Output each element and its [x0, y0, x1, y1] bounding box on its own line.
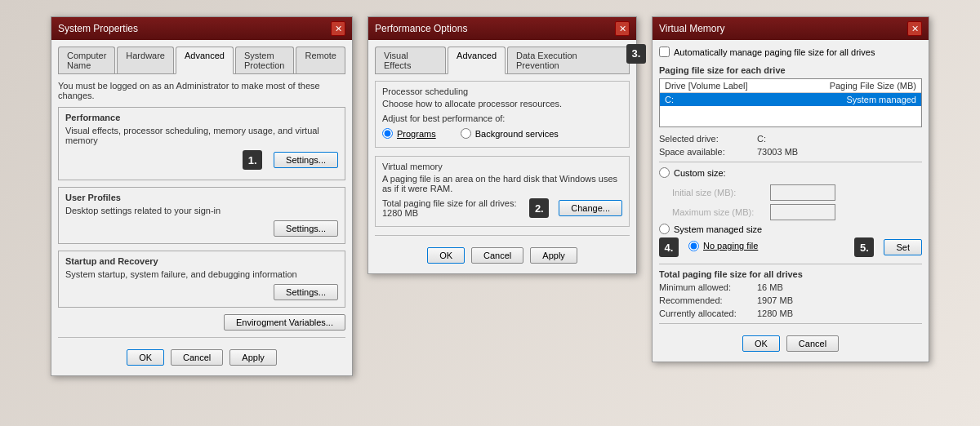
- perf-opts-close-button[interactable]: ✕: [615, 21, 630, 36]
- space-available-row: Space available: 73003 MB: [659, 147, 922, 157]
- user-profiles-settings-button[interactable]: Settings...: [274, 220, 338, 237]
- auto-manage-row: Automatically manage paging file size fo…: [659, 47, 875, 57]
- no-paging-radio[interactable]: [688, 241, 699, 251]
- step2-badge: 2.: [529, 198, 549, 218]
- tab-advanced[interactable]: Advanced: [176, 47, 234, 74]
- currently-allocated-row: Currently allocated: 1280 MB: [659, 308, 922, 318]
- perf-opts-title: Performance Options: [375, 23, 467, 34]
- programs-label: Programs: [397, 129, 436, 139]
- tab-hardware[interactable]: Hardware: [117, 47, 174, 73]
- startup-recovery-section: Startup and Recovery System startup, sys…: [58, 251, 345, 308]
- virtual-memory-window: Virtual Memory ✕ 3. Automatically manage…: [652, 16, 929, 362]
- paging-section-label: Paging file size for each drive: [659, 65, 922, 75]
- sys-props-cancel-button[interactable]: Cancel: [171, 349, 223, 366]
- tab-remote[interactable]: Remote: [296, 47, 345, 73]
- sys-props-footer: OK Cancel Apply: [58, 343, 345, 369]
- proc-sched-desc: Choose how to allocate processor resourc…: [382, 99, 622, 109]
- sys-props-title: System Properties: [58, 23, 138, 34]
- currently-allocated-label: Currently allocated:: [659, 308, 757, 318]
- minimum-allowed-row: Minimum allowed: 16 MB: [659, 282, 922, 292]
- env-variables-button[interactable]: Envirogment Variables...: [224, 314, 345, 331]
- virtual-memory-group: Virtual memory A paging file is an area …: [375, 156, 630, 227]
- drive-col-label: Drive [Volume Label]: [665, 81, 748, 91]
- drive-list-header: Drive [Volume Label] Paging File Size (M…: [660, 79, 921, 93]
- tab-computer-name[interactable]: Computer Name: [58, 47, 115, 73]
- tab-system-protection[interactable]: System Protection: [235, 47, 295, 73]
- virt-mem-close-button[interactable]: ✕: [907, 21, 922, 36]
- initial-size-input[interactable]: [770, 184, 835, 201]
- virt-mem-title-bar: Virtual Memory ✕: [653, 17, 929, 40]
- footer-sep: [58, 337, 345, 338]
- bg-services-radio-row: Background services: [461, 128, 559, 139]
- sys-props-ok-button[interactable]: OK: [127, 349, 164, 366]
- system-properties-window: System Properties ✕ Computer Name Hardwa…: [51, 16, 353, 376]
- user-profiles-label: User Profiles: [65, 193, 338, 202]
- total-paging-row: Total paging file size for all drives: 1…: [382, 198, 622, 218]
- virt-footer-sep: [659, 323, 922, 324]
- startup-recovery-desc: System startup, system failure, and debu…: [65, 269, 338, 279]
- virt-mem-legend: Virtual memory: [382, 162, 622, 171]
- bg-services-radio[interactable]: [461, 128, 471, 139]
- perf-ok-button[interactable]: OK: [427, 247, 465, 264]
- virt-cancel-button[interactable]: Cancel: [786, 335, 839, 352]
- paging-size-col-label: Paging File Size (MB): [830, 81, 916, 91]
- tab-advanced-perf[interactable]: Advanced: [448, 47, 506, 74]
- maximum-size-row: Maximum size (MB):: [672, 204, 922, 220]
- drive-list-row[interactable]: C: System managed: [660, 93, 921, 106]
- recommended-row: Recommended: 1907 MB: [659, 295, 922, 305]
- system-managed-radio[interactable]: [659, 224, 670, 234]
- no-paging-radio-row: No paging file: [688, 241, 758, 251]
- system-managed-radio-row: System managed size: [659, 224, 922, 234]
- performance-section: Performance Visual effects, processor sc…: [58, 107, 345, 180]
- virt-mem-title: Virtual Memory: [659, 23, 724, 34]
- selected-drive-row: Selected drive: C:: [659, 134, 922, 144]
- perf-opts-title-bar: Performance Options ✕: [368, 17, 636, 40]
- startup-recovery-label: Startup and Recovery: [65, 256, 338, 266]
- currently-allocated-value: 1280 MB: [757, 308, 793, 318]
- admin-notice: You must be logged on as an Administrato…: [58, 81, 345, 100]
- tab-visual-effects[interactable]: Visual Effects: [375, 47, 446, 73]
- recommended-label: Recommended:: [659, 295, 757, 305]
- change-button[interactable]: Change...: [559, 200, 622, 216]
- tab-dep[interactable]: Data Execution Prevention: [507, 47, 630, 73]
- performance-settings-button[interactable]: Settings...: [274, 152, 338, 168]
- custom-size-radio[interactable]: [659, 167, 670, 178]
- total-paging-value: 1280 MB: [382, 208, 418, 218]
- perf-cancel-button[interactable]: Cancel: [471, 247, 523, 264]
- no-paging-label: No paging file: [703, 241, 758, 251]
- performance-options-window: Performance Options ✕ Visual Effects Adv…: [368, 16, 637, 274]
- proc-sched-legend: Processor scheduling: [382, 87, 622, 96]
- programs-radio-row: Programs: [382, 128, 436, 139]
- programs-radio[interactable]: [382, 128, 393, 139]
- custom-size-label: Custom size:: [674, 168, 726, 178]
- perf-apply-button[interactable]: Apply: [530, 247, 577, 264]
- startup-recovery-settings-button[interactable]: Settings...: [274, 284, 338, 300]
- virt-mem-footer: OK Cancel: [659, 329, 922, 355]
- auto-manage-label: Automatically manage paging file size fo…: [674, 47, 875, 57]
- performance-desc: Visual effects, processor scheduling, me…: [65, 126, 338, 145]
- initial-size-label: Initial size (MB):: [672, 188, 770, 197]
- auto-manage-checkbox[interactable]: [659, 47, 670, 57]
- space-available-value: 73003 MB: [757, 147, 798, 157]
- custom-size-radio-row: Custom size:: [659, 167, 726, 178]
- sys-props-close-button[interactable]: ✕: [331, 21, 345, 36]
- sys-props-tabs: Computer Name Hardware Advanced System P…: [58, 47, 345, 74]
- step5-badge: 5.: [854, 237, 874, 257]
- virt-ok-button[interactable]: OK: [742, 335, 780, 352]
- perf-footer-sep: [375, 235, 630, 236]
- user-profiles-desc: Desktop settings related to your sign-in: [65, 206, 338, 215]
- user-profiles-section: User Profiles Desktop settings related t…: [58, 187, 345, 244]
- perf-opts-tabs: Visual Effects Advanced Data Execution P…: [375, 47, 630, 74]
- adjust-label: Adjust for best performance of:: [382, 113, 622, 123]
- processor-scheduling-group: Processor scheduling Choose how to alloc…: [375, 81, 630, 148]
- performance-label: Performance: [65, 113, 338, 122]
- set-button[interactable]: Set: [884, 239, 922, 255]
- system-managed-label: System managed size: [674, 224, 762, 234]
- minimum-allowed-value: 16 MB: [757, 282, 783, 292]
- sys-props-apply-button[interactable]: Apply: [229, 349, 277, 366]
- sys-props-title-bar: System Properties ✕: [51, 17, 352, 40]
- maximum-size-input[interactable]: [770, 204, 835, 220]
- total-paging-section-label: Total paging file size for all drives: [659, 269, 922, 279]
- selected-drive-label: Selected drive:: [659, 134, 757, 144]
- total-paging-label: Total paging file size for all drives:: [382, 198, 516, 208]
